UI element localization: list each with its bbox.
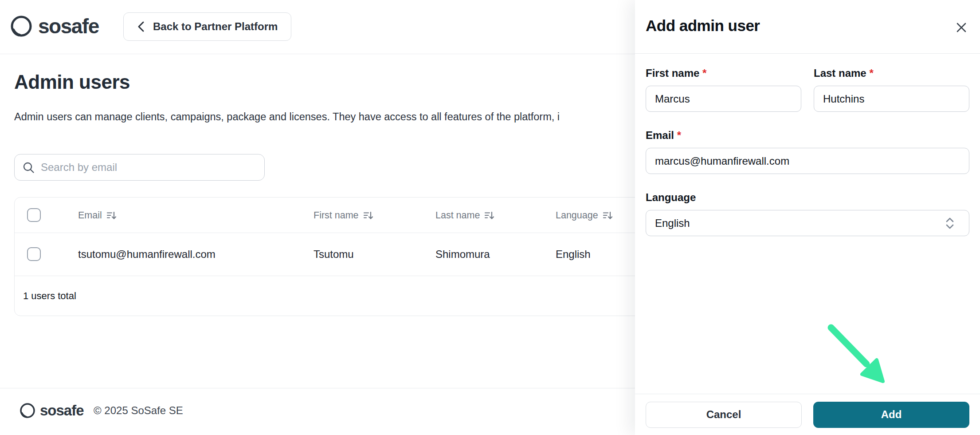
last-name-label: Last name * <box>814 67 969 79</box>
select-chevrons-icon <box>945 216 955 230</box>
required-mark: * <box>869 67 873 79</box>
search-input[interactable] <box>41 161 256 174</box>
chevron-left-icon <box>137 20 145 33</box>
email-label: Email * <box>646 129 969 142</box>
panel-title: Add admin user <box>646 17 760 35</box>
close-button[interactable] <box>953 20 969 36</box>
required-mark: * <box>677 129 681 141</box>
cell-language: English <box>556 233 591 276</box>
sort-icon <box>106 210 117 221</box>
footer-sosafe-logo: sosafe <box>19 402 84 419</box>
cell-email: tsutomu@humanfirewall.com <box>78 233 216 276</box>
email-input[interactable] <box>646 148 969 174</box>
cell-first-name: Tsutomu <box>314 233 354 276</box>
back-to-partner-platform-button[interactable]: Back to Partner Platform <box>123 12 291 41</box>
page-title: Admin users <box>14 71 130 93</box>
back-button-label: Back to Partner Platform <box>153 20 278 33</box>
first-name-input[interactable] <box>646 86 801 112</box>
footer-wordmark: sosafe <box>40 402 84 419</box>
add-button[interactable]: Add <box>813 402 969 428</box>
sosafe-logo-icon <box>19 402 36 419</box>
language-select[interactable]: English <box>646 210 969 236</box>
sort-icon <box>484 210 494 221</box>
first-name-field-group: First name * <box>646 67 801 112</box>
sort-icon <box>363 210 373 221</box>
copyright-text: © 2025 SoSafe SE <box>94 404 183 417</box>
panel-body: First name * Last name * Email * <box>635 54 980 236</box>
close-icon <box>955 21 968 34</box>
sort-icon <box>603 210 613 221</box>
language-selected-value: English <box>655 217 690 229</box>
column-header-last-name[interactable]: Last name <box>435 198 494 233</box>
column-header-email[interactable]: Email <box>78 198 117 233</box>
language-field-group: Language English <box>646 191 969 236</box>
sosafe-logo-icon <box>9 14 34 39</box>
search-box <box>14 154 265 181</box>
brand-wordmark: sosafe <box>38 14 99 38</box>
required-mark: * <box>702 67 706 79</box>
panel-header: Add admin user <box>635 0 980 54</box>
column-header-first-name[interactable]: First name <box>314 198 373 233</box>
panel-footer: Cancel Add <box>635 394 980 435</box>
first-name-label: First name * <box>646 67 801 79</box>
last-name-input[interactable] <box>814 86 969 112</box>
page-description: Admin users can manage clients, campaign… <box>14 111 633 123</box>
select-all-checkbox[interactable] <box>27 208 41 222</box>
language-label: Language <box>646 191 969 204</box>
column-header-language[interactable]: Language <box>556 198 613 233</box>
email-field-group: Email * <box>646 129 969 174</box>
sosafe-logo: sosafe <box>9 14 99 39</box>
row-checkbox[interactable] <box>27 247 41 261</box>
cancel-button[interactable]: Cancel <box>646 402 802 428</box>
add-admin-user-panel: Add admin user First name * Last name * <box>635 0 980 435</box>
last-name-field-group: Last name * <box>814 67 969 112</box>
search-icon <box>23 162 35 174</box>
cell-last-name: Shimomura <box>435 233 490 276</box>
users-total-label: 1 users total <box>23 290 76 302</box>
